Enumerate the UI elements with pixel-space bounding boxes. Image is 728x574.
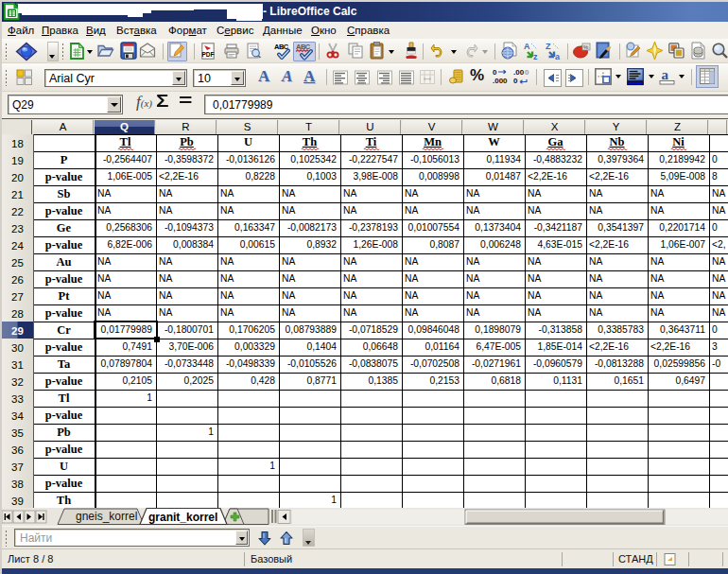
svg-text:gneis_korrel: gneis_korrel [76,510,137,523]
svg-text:granit_korrel: granit_korrel [148,511,217,524]
